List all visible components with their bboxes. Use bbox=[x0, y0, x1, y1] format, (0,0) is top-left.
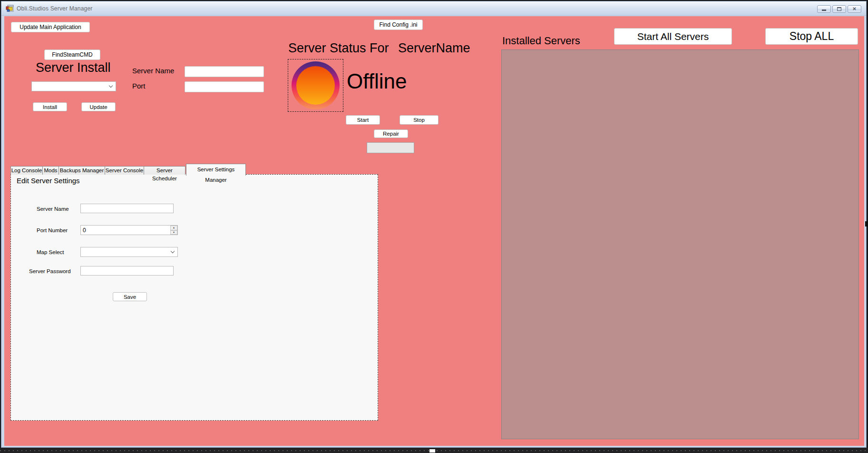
title-bar[interactable]: Obli.Studios Server Manager ✕ bbox=[1, 1, 866, 16]
app-icon bbox=[6, 5, 14, 12]
tab-mods[interactable]: Mods bbox=[42, 166, 59, 175]
stepper-buttons: ▲ ▼ bbox=[170, 226, 177, 235]
minimize-button[interactable] bbox=[817, 5, 831, 13]
installed-servers-heading: Installed Servers bbox=[502, 35, 580, 47]
map-select-dropdown[interactable] bbox=[80, 247, 178, 257]
update-button[interactable]: Update bbox=[81, 102, 116, 111]
close-icon: ✕ bbox=[852, 7, 856, 11]
install-button[interactable]: Install bbox=[33, 102, 67, 111]
tab-log-console[interactable]: Log Console bbox=[10, 166, 43, 175]
start-button[interactable]: Start bbox=[346, 115, 380, 125]
spin-down-button[interactable]: ▼ bbox=[170, 230, 177, 235]
game-select-dropdown[interactable] bbox=[31, 81, 116, 91]
progress-bar bbox=[367, 142, 414, 153]
caption-buttons: ✕ bbox=[817, 5, 861, 13]
screen-edge-artifact bbox=[865, 221, 868, 226]
client-area: Update Main Application Find Config .ini… bbox=[4, 16, 864, 446]
maximize-button[interactable] bbox=[832, 5, 846, 13]
edit-server-settings-heading: Edit Server Settings bbox=[17, 177, 80, 185]
minimize-icon bbox=[822, 10, 826, 11]
tab-server-scheduler[interactable]: Server Scheduler bbox=[144, 166, 185, 175]
server-install-heading: Server Install bbox=[36, 60, 111, 75]
status-indicator bbox=[288, 59, 343, 112]
desktop-edge-strip bbox=[0, 448, 868, 453]
save-button[interactable]: Save bbox=[113, 292, 147, 301]
taskbar-marker bbox=[429, 449, 435, 453]
settings-server-name-label: Server Name bbox=[37, 206, 69, 212]
server-status-server-name: ServerName bbox=[398, 41, 470, 56]
tab-server-settings-manager[interactable]: Server Settings Manager bbox=[186, 164, 246, 176]
status-text: Offline bbox=[347, 69, 407, 93]
chevron-down-icon bbox=[171, 249, 175, 253]
window-title: Obli.Studios Server Manager bbox=[17, 5, 92, 12]
tab-server-console[interactable]: Server Console bbox=[105, 166, 144, 175]
start-all-servers-button[interactable]: Start All Servers bbox=[614, 28, 732, 45]
server-password-input[interactable] bbox=[80, 266, 174, 276]
chevron-down-icon bbox=[109, 83, 113, 87]
app-window: Obli.Studios Server Manager ✕ Update Mai… bbox=[1, 1, 867, 448]
server-password-label: Server Password bbox=[29, 268, 71, 274]
port-label: Port bbox=[132, 82, 146, 90]
spin-up-button[interactable]: ▲ bbox=[170, 226, 177, 230]
port-number-stepper[interactable] bbox=[80, 225, 178, 235]
find-config-ini-button[interactable]: Find Config .ini bbox=[374, 20, 423, 30]
stop-all-button[interactable]: Stop ALL bbox=[765, 28, 858, 45]
server-name-input[interactable] bbox=[185, 66, 264, 77]
arrow-down-icon: ▼ bbox=[173, 231, 175, 234]
stop-button[interactable]: Stop bbox=[400, 115, 439, 125]
tab-backups-manager[interactable]: Backups Manager bbox=[59, 166, 105, 175]
find-steamcmd-button[interactable]: FindSteamCMD bbox=[44, 49, 100, 60]
arrow-up-icon: ▲ bbox=[173, 226, 175, 229]
port-input[interactable] bbox=[185, 81, 264, 92]
map-select-label: Map Select bbox=[37, 249, 64, 255]
server-status-heading: Server Status For bbox=[288, 41, 389, 56]
server-settings-panel: Edit Server Settings Server Name Port Nu… bbox=[10, 174, 378, 421]
status-circle-icon bbox=[292, 61, 340, 109]
settings-server-name-input[interactable] bbox=[80, 204, 174, 213]
port-number-label: Port Number bbox=[37, 227, 68, 233]
update-main-application-button[interactable]: Update Main Application bbox=[11, 22, 90, 32]
server-name-label: Server Name bbox=[132, 67, 174, 75]
restore-icon bbox=[837, 7, 841, 11]
repair-button[interactable]: Repair bbox=[374, 129, 408, 138]
close-button[interactable]: ✕ bbox=[848, 5, 861, 13]
installed-servers-listbox[interactable] bbox=[501, 49, 859, 439]
